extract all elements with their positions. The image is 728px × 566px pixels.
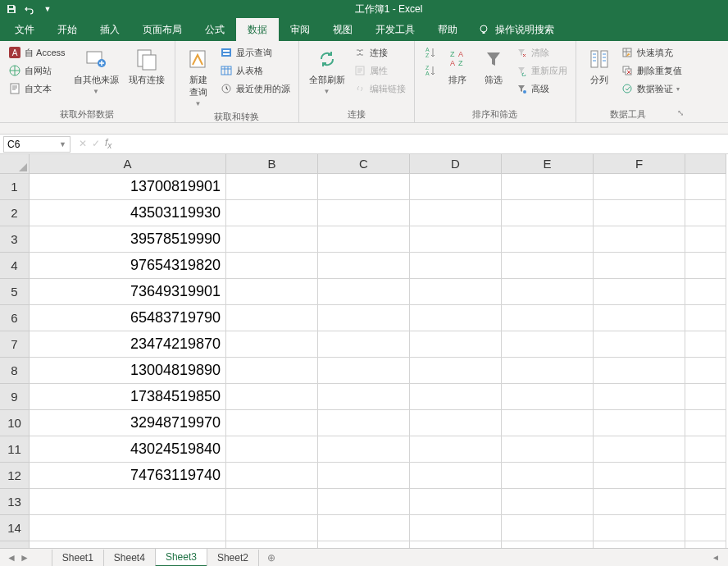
tab-file[interactable]: 文件 <box>3 18 46 42</box>
sheet-nav-prev-icon[interactable]: ◄ <box>7 552 16 564</box>
cell[interactable] <box>594 174 685 200</box>
enter-formula-icon[interactable]: ✓ <box>92 138 100 149</box>
cell[interactable] <box>594 331 685 358</box>
cell[interactable]: 65483719790 <box>30 305 226 331</box>
cell[interactable]: 73649319901 <box>30 279 226 305</box>
row-header[interactable]: 2 <box>0 200 30 226</box>
remove-duplicates-button[interactable]: 删除重复值 <box>619 62 684 79</box>
cell[interactable] <box>685 463 726 489</box>
cell[interactable] <box>318 489 410 515</box>
select-all-button[interactable] <box>0 154 30 174</box>
cell[interactable] <box>502 436 594 463</box>
sort-button[interactable]: ZAAZ 排序 <box>441 44 474 88</box>
cell[interactable] <box>410 410 502 436</box>
row-header[interactable]: 3 <box>0 226 30 253</box>
tab-help[interactable]: 帮助 <box>426 18 469 42</box>
clear-filter-button[interactable]: 清除 <box>513 44 569 61</box>
edit-links-button[interactable]: 编辑链接 <box>352 80 407 97</box>
cell[interactable] <box>226 174 318 200</box>
cell[interactable] <box>502 253 594 279</box>
new-query-button[interactable]: 新建 查询▼ <box>182 44 215 109</box>
cell[interactable] <box>685 253 726 279</box>
name-box[interactable]: C6 ▼ <box>3 136 71 153</box>
cell[interactable] <box>410 253 502 279</box>
cell[interactable] <box>410 226 502 253</box>
tab-layout[interactable]: 页面布局 <box>131 18 193 42</box>
cell[interactable] <box>318 384 410 410</box>
cell[interactable] <box>318 226 410 253</box>
row-header[interactable]: 9 <box>0 384 30 410</box>
dialog-launcher-icon[interactable]: ⤡ <box>677 108 684 117</box>
tab-insert[interactable]: 插入 <box>89 18 131 42</box>
cell[interactable]: 43503119930 <box>30 200 226 226</box>
advanced-filter-button[interactable]: 高级 <box>513 80 569 97</box>
row-header[interactable]: 10 <box>0 410 30 436</box>
cell[interactable] <box>318 253 410 279</box>
row-header[interactable]: 5 <box>0 279 30 305</box>
cell[interactable] <box>685 200 726 226</box>
col-header-extra[interactable] <box>685 154 726 174</box>
tab-dev[interactable]: 开发工具 <box>364 18 426 42</box>
row-header[interactable]: 13 <box>0 489 30 515</box>
cancel-formula-icon[interactable]: ✕ <box>79 138 87 149</box>
cell[interactable] <box>318 436 410 463</box>
save-icon[interactable] <box>5 2 18 16</box>
cell[interactable] <box>685 436 726 463</box>
col-header-C[interactable]: C <box>318 154 410 174</box>
connections-button[interactable]: 连接 <box>352 44 407 61</box>
cell[interactable] <box>685 279 726 305</box>
undo-icon[interactable] <box>23 2 36 16</box>
existing-connections-button[interactable]: 现有连接 <box>125 44 168 88</box>
cell[interactable] <box>318 200 410 226</box>
cell[interactable] <box>226 384 318 410</box>
cell[interactable] <box>502 515 594 541</box>
cell[interactable] <box>594 253 685 279</box>
from-text-button[interactable]: 自文本 <box>7 80 67 97</box>
cell[interactable] <box>226 358 318 384</box>
sheet-tab-sheet4[interactable]: Sheet4 <box>103 550 156 566</box>
cell[interactable] <box>226 331 318 358</box>
cell[interactable] <box>318 331 410 358</box>
cell[interactable] <box>318 305 410 331</box>
cell[interactable] <box>30 489 226 515</box>
recent-sources-button[interactable]: 最近使用的源 <box>218 80 292 97</box>
cell[interactable] <box>594 489 685 515</box>
sheet-tab-sheet2[interactable]: Sheet2 <box>207 550 259 566</box>
qat-dropdown-icon[interactable]: ▼ <box>41 2 54 16</box>
data-validation-button[interactable]: 数据验证 ▾ <box>619 80 684 97</box>
tab-view[interactable]: 视图 <box>321 18 364 42</box>
cell[interactable] <box>685 489 726 515</box>
cell[interactable] <box>410 200 502 226</box>
row-header[interactable]: 6 <box>0 305 30 331</box>
cell[interactable] <box>594 200 685 226</box>
cell[interactable] <box>410 279 502 305</box>
cell[interactable] <box>685 174 726 200</box>
cell[interactable] <box>226 226 318 253</box>
tab-formulas[interactable]: 公式 <box>193 18 236 42</box>
cell[interactable] <box>410 436 502 463</box>
cell[interactable] <box>502 463 594 489</box>
cell[interactable] <box>226 410 318 436</box>
cell[interactable] <box>502 410 594 436</box>
cell[interactable] <box>410 331 502 358</box>
cell[interactable] <box>502 279 594 305</box>
row-header[interactable]: 12 <box>0 463 30 489</box>
cell[interactable] <box>594 305 685 331</box>
cell[interactable] <box>594 410 685 436</box>
cell[interactable] <box>226 305 318 331</box>
cell[interactable] <box>502 331 594 358</box>
row-header[interactable]: 4 <box>0 253 30 279</box>
cell[interactable] <box>410 305 502 331</box>
cell[interactable] <box>685 305 726 331</box>
show-queries-button[interactable]: 显示查询 <box>218 44 292 61</box>
fx-icon[interactable]: fx <box>105 137 111 150</box>
tab-data[interactable]: 数据 <box>236 18 279 42</box>
from-table-button[interactable]: 从表格 <box>218 62 292 79</box>
cell[interactable] <box>318 358 410 384</box>
sheet-nav-next-icon[interactable]: ► <box>20 552 30 564</box>
col-header-D[interactable]: D <box>410 154 502 174</box>
col-header-F[interactable]: F <box>594 154 685 174</box>
refresh-all-button[interactable]: 全部刷新▼ <box>306 44 348 97</box>
cell[interactable]: 74763119740 <box>30 463 226 489</box>
cell[interactable] <box>685 410 726 436</box>
